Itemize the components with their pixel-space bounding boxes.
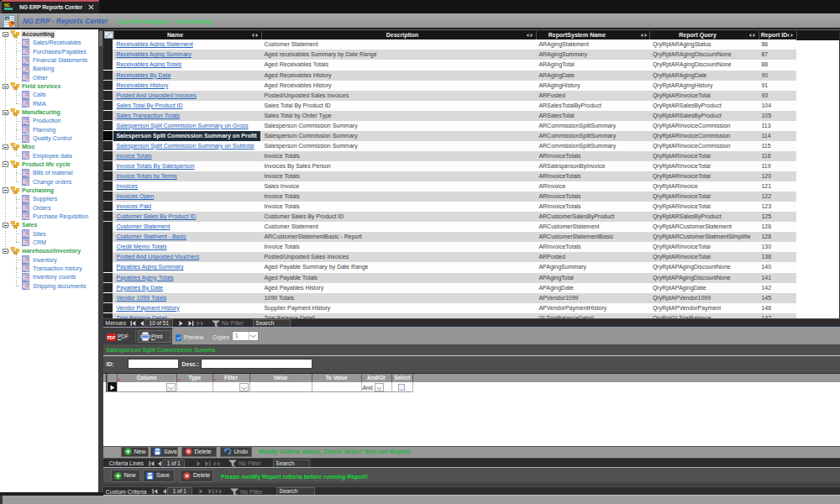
svg-text:PDF: PDF [108, 334, 116, 339]
